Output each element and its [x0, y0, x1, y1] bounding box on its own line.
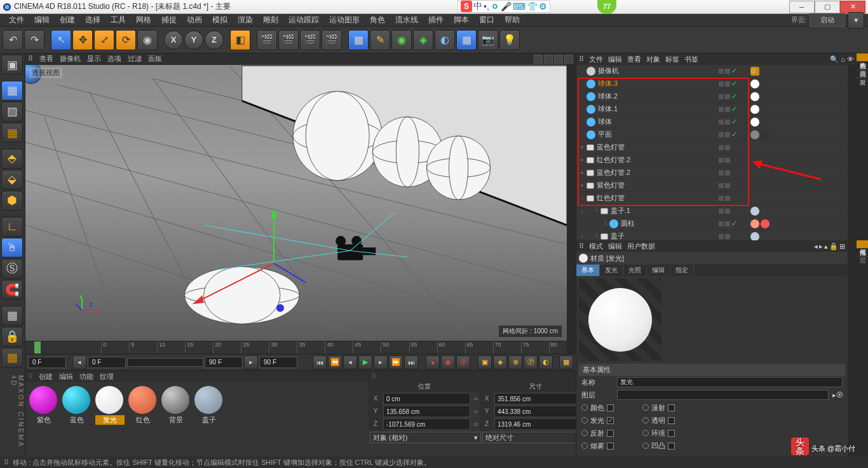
viewport[interactable]: 透视视图 — [25, 65, 567, 341]
attr-scrollbar[interactable] — [848, 240, 857, 457]
om-menu-view[interactable]: 查看 — [627, 55, 641, 64]
object-row[interactable]: 球体.3 ✓ — [576, 78, 848, 90]
attr-lock-icon[interactable]: 🔒 — [829, 242, 838, 251]
powerslider-button[interactable]: ▦ — [559, 355, 573, 369]
attr-nav-fwd-icon[interactable]: ▸ — [819, 242, 823, 251]
material-item[interactable]: 盖子 — [194, 386, 224, 453]
keyselection-button[interactable]: ⦿ — [456, 355, 470, 369]
mat-menu-create[interactable]: 创建 — [39, 372, 53, 382]
om-eye-icon[interactable]: 👁 — [847, 55, 854, 64]
menu-simulate[interactable]: 模拟 — [207, 13, 233, 27]
coord-pos-field[interactable] — [383, 393, 470, 404]
render-view-button[interactable]: 🎬 — [257, 30, 277, 50]
prev-key-button[interactable]: ⏪ — [328, 355, 342, 369]
cube-primitive-button[interactable]: ▦ — [348, 30, 369, 50]
ime-punct-icon[interactable]: •, — [484, 1, 489, 11]
om-search-icon[interactable]: 🔍 — [830, 55, 839, 64]
camera-button[interactable]: 📷 — [478, 30, 498, 50]
range-slider[interactable] — [127, 358, 203, 367]
channel-toggle[interactable]: 环境 — [642, 429, 700, 438]
menu-file[interactable]: 文件 — [4, 13, 29, 27]
panel-grip-icon[interactable]: ⠿ — [579, 242, 584, 251]
lock-button[interactable]: 🔒 — [1, 327, 23, 347]
sidetab2-layer[interactable]: 层 — [857, 249, 868, 257]
edge-mode-button[interactable]: ⬙ — [1, 170, 23, 189]
redo-button[interactable]: ↷ — [24, 30, 44, 50]
planar-button[interactable]: ▦ — [1, 348, 23, 368]
material-item[interactable]: 红色 — [128, 386, 158, 453]
sidetab-object[interactable]: 对象 — [857, 70, 868, 78]
coord-size-field[interactable] — [494, 406, 581, 417]
coord-pos-field[interactable] — [383, 418, 470, 430]
coord-pos-field[interactable] — [383, 406, 470, 417]
generator-button[interactable]: ◈ — [413, 30, 433, 50]
om-menu-tags[interactable]: 标签 — [665, 55, 679, 64]
object-row[interactable]: 球体 ✓ — [576, 116, 848, 128]
menu-animate[interactable]: 动画 — [182, 13, 207, 27]
sidetab2-attr[interactable]: 属性 — [857, 240, 868, 249]
vp-menu-options[interactable]: 选项 — [107, 54, 121, 64]
vp-nav3-icon[interactable] — [554, 55, 563, 64]
workplane-button[interactable]: ▦ — [1, 123, 23, 142]
om-menu-bookmarks[interactable]: 书签 — [684, 55, 698, 64]
attr-tab[interactable]: 发光 — [600, 265, 623, 276]
menu-snap[interactable]: 捕捉 — [156, 13, 182, 27]
range-start-field[interactable] — [28, 357, 66, 368]
channel-toggle[interactable]: 烟雾 — [581, 441, 639, 451]
menu-plugins[interactable]: 插件 — [423, 13, 449, 27]
menu-pipeline[interactable]: 流水线 — [390, 13, 423, 27]
object-row[interactable]: - └ 盖子.1 — [576, 205, 848, 217]
tweak-button[interactable]: 🖱 — [1, 238, 23, 258]
environment-button[interactable]: ▦ — [456, 30, 477, 50]
range-prev-icon[interactable]: ◂ — [72, 355, 86, 369]
next-key-button[interactable]: ⏩ — [389, 355, 403, 369]
vp-menu-display[interactable]: 显示 — [87, 54, 101, 64]
channel-toggle[interactable]: 发光✓ — [581, 416, 639, 425]
channel-toggle[interactable]: 透明 — [642, 416, 700, 425]
ime-voice-icon[interactable]: ⭘ — [491, 1, 499, 11]
mat-menu-texture[interactable]: 纹理 — [100, 372, 114, 382]
om-scrollbar[interactable] — [848, 65, 857, 240]
render-region-button[interactable]: 🎬 — [278, 30, 299, 50]
panel-grip-icon[interactable]: ⠿ — [28, 373, 32, 381]
menu-edit[interactable]: 编辑 — [29, 13, 55, 27]
point-mode-button[interactable]: ⬘ — [1, 149, 23, 169]
maximize-button[interactable]: ▢ — [815, 1, 840, 13]
attr-nav-up-icon[interactable]: ▴ — [824, 242, 828, 251]
last-tool[interactable]: ◉ — [137, 30, 158, 50]
layer-pick-icon[interactable]: ▸⦿ — [832, 391, 843, 399]
deformer-button[interactable]: ◐ — [435, 30, 455, 50]
ime-icon[interactable]: S — [461, 1, 472, 12]
key-param-button[interactable]: Ⓟ — [524, 355, 538, 369]
object-row[interactable]: - └ 盖子 — [576, 230, 848, 240]
mat-menu-edit[interactable]: 编辑 — [59, 372, 73, 382]
material-item[interactable]: 发光 — [95, 386, 125, 453]
render-pv-button[interactable]: 🎬 — [300, 30, 320, 50]
select-tool[interactable]: ↖ — [51, 30, 71, 50]
sidetab-browser[interactable]: 内容浏览器 — [857, 62, 868, 70]
attr-tab[interactable]: 指定 — [670, 265, 694, 276]
ime-mic-icon[interactable]: 🎤 — [501, 1, 512, 11]
vp-menu-cameras[interactable]: 摄像机 — [60, 54, 81, 64]
menu-script[interactable]: 脚本 — [449, 13, 474, 27]
scale-tool[interactable]: ⤢ — [94, 30, 114, 50]
goto-start-button[interactable]: ⏮ — [313, 355, 327, 369]
vp-menu-panel[interactable]: 面板 — [148, 54, 162, 64]
channel-toggle[interactable]: 反射 — [581, 429, 639, 438]
timeline-cursor[interactable] — [34, 341, 41, 354]
timeline[interactable]: 051015202530354045505560657075808590 — [25, 341, 576, 354]
z-axis-toggle[interactable]: Z — [205, 31, 224, 50]
slider-end-field[interactable] — [205, 357, 243, 368]
om-home-icon[interactable]: ⌂ — [841, 55, 845, 64]
autokey-button[interactable]: ◉ — [441, 355, 455, 369]
object-row[interactable]: └ 圆柱 ✓ — [576, 217, 848, 230]
ime-lang[interactable]: 中 — [473, 1, 482, 12]
slider-start-field[interactable] — [88, 357, 126, 368]
vp-menu-filter[interactable]: 过滤 — [128, 54, 142, 64]
material-item[interactable]: 背景 — [161, 386, 191, 453]
attr-menu-edit[interactable]: 编辑 — [608, 242, 622, 251]
pen-tool-button[interactable]: ✎ — [370, 30, 390, 50]
channel-toggle[interactable]: 颜色 — [581, 403, 639, 413]
key-pos-button[interactable]: ▣ — [478, 355, 492, 369]
menu-help[interactable]: 帮助 — [499, 13, 525, 27]
